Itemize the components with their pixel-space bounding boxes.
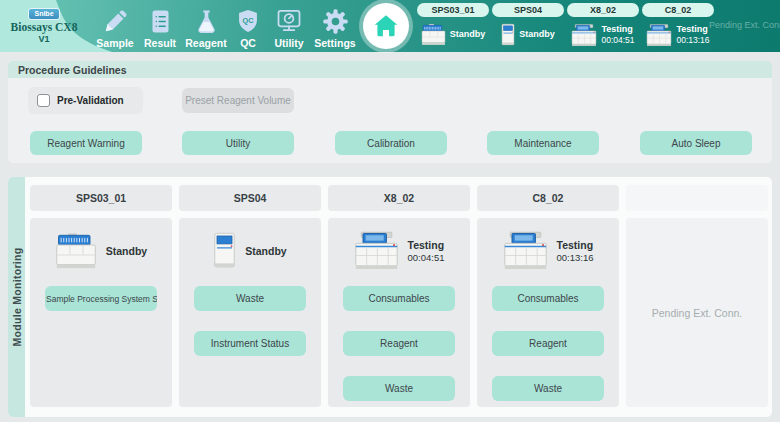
- module-name-pill[interactable]: X8_02: [567, 3, 639, 17]
- module-status: Standby: [519, 29, 555, 41]
- module-column-c8-02: C8_02 Testing 00:13:16 Consumables Reage…: [477, 177, 619, 407]
- tower-instrument-icon: [501, 23, 515, 47]
- nav-item-utility[interactable]: Utility: [266, 0, 312, 52]
- tower-instrument-icon: [213, 231, 236, 271]
- module-column-title: C8_02: [477, 185, 619, 211]
- qc-shield-icon: QC: [235, 7, 261, 36]
- module-name-pill[interactable]: C8_02: [642, 3, 714, 17]
- pre-validation-checkbox[interactable]: [37, 94, 50, 107]
- analyzer-instrument-icon: [503, 231, 548, 271]
- analyzer-instrument-icon: [646, 24, 672, 47]
- pre-validation-option[interactable]: Pre-Validation: [28, 87, 143, 114]
- module-column-sps04: SPS04 Standby Waste Instrument Status: [179, 177, 321, 407]
- topbar-module-x8-02: X8_02 Testing 00:04:51: [567, 3, 639, 50]
- sps04-instrument-status-button[interactable]: Instrument Status: [194, 331, 306, 356]
- app-logo: Snibe Biossays CX8 V1: [0, 0, 88, 52]
- home-button[interactable]: [363, 3, 409, 49]
- nav-item-result[interactable]: Result: [138, 0, 182, 52]
- utility-button[interactable]: Utility: [182, 131, 294, 155]
- monitor-gauge-icon: [275, 7, 303, 36]
- nav-item-qc[interactable]: QC QC: [230, 0, 266, 52]
- topbar-module-sps03-01: SPS03_01 Standby: [417, 3, 489, 50]
- sps-instrument-icon: [421, 24, 446, 46]
- module-monitoring-tab: Module Monitoring: [8, 177, 25, 417]
- x8-consumables-button[interactable]: Consumables: [343, 286, 455, 311]
- module-monitoring-panel: Module Monitoring SPS03_01 Standby Sampl…: [8, 177, 772, 417]
- report-list-icon: [147, 7, 174, 36]
- c8-reagent-button[interactable]: Reagent: [492, 331, 604, 356]
- sample-processing-system-status-button[interactable]: Sample Processing System Status: [45, 286, 157, 311]
- topbar-module-status: SPS03_01 Standby SPS04 Standby: [417, 3, 714, 50]
- reagent-warning-button[interactable]: Reagent Warning: [30, 131, 142, 155]
- nav-item-settings[interactable]: Settings: [312, 0, 358, 52]
- module-status: Testing 00:04:51: [601, 24, 634, 47]
- module-column-x8-02: X8_02 Testing 00:04:51 Consumables Reage…: [328, 177, 470, 407]
- auto-sleep-button[interactable]: Auto Sleep: [640, 131, 752, 155]
- pending-connection-label: Pending Ext. Conn.: [709, 20, 780, 30]
- sps-instrument-icon: [55, 233, 97, 270]
- x8-waste-button[interactable]: Waste: [343, 376, 455, 401]
- nav-label: Settings: [314, 38, 355, 49]
- pencil-icon: [102, 7, 129, 36]
- flask-icon: [193, 7, 220, 36]
- module-card: Testing 00:13:16 Consumables Reagent Was…: [477, 218, 619, 407]
- topbar-module-c8-02: C8_02 Testing 00:13:16: [642, 3, 714, 50]
- procedure-guidelines-panel: Procedure Guidelines Pre-Validation Pres…: [8, 61, 772, 163]
- gear-icon: [322, 7, 349, 36]
- module-card: Pending Ext. Conn.: [626, 218, 768, 407]
- preset-reagent-volume-button[interactable]: Preset Reagent Volume: [182, 88, 294, 113]
- module-columns: SPS03_01 Standby Sample Processing Syste…: [30, 177, 768, 407]
- module-status: Testing 00:04:51: [408, 238, 445, 265]
- nav-label: Sample: [96, 38, 133, 49]
- sps04-waste-button[interactable]: Waste: [194, 286, 306, 311]
- biossays-app-window: Snibe Biossays CX8 V1 Sample: [0, 0, 780, 422]
- pending-connection-label: Pending Ext. Conn.: [652, 307, 742, 319]
- module-column-title: SPS04: [179, 185, 321, 211]
- analyzer-instrument-icon: [354, 231, 399, 271]
- procedure-guidelines-title: Procedure Guidelines: [8, 61, 772, 78]
- main-nav: Sample Result: [92, 0, 358, 52]
- calibration-button[interactable]: Calibration: [335, 131, 447, 155]
- maintenance-button[interactable]: Maintenance: [487, 131, 599, 155]
- app-title: Biossays CX8: [11, 21, 78, 33]
- module-status: Standby: [245, 244, 286, 258]
- module-card: Standby Sample Processing System Status: [30, 218, 172, 407]
- svg-text:QC: QC: [243, 16, 255, 25]
- nav-label: Result: [144, 38, 176, 49]
- c8-waste-button[interactable]: Waste: [492, 376, 604, 401]
- module-status: Testing 00:13:16: [557, 238, 594, 265]
- module-status: Testing 00:13:16: [676, 24, 709, 47]
- module-monitoring-title: Module Monitoring: [11, 248, 23, 347]
- nav-item-reagent[interactable]: Reagent: [182, 0, 230, 52]
- module-status: Standby: [106, 244, 147, 258]
- app-version: V1: [38, 34, 49, 44]
- module-status: Standby: [450, 29, 486, 41]
- nav-label: Reagent: [185, 38, 226, 49]
- topbar-module-sps04: SPS04 Standby: [492, 3, 564, 50]
- module-name-pill[interactable]: SPS04: [492, 3, 564, 17]
- module-card: Testing 00:04:51 Consumables Reagent Was…: [328, 218, 470, 407]
- module-column-pending: Pending Ext. Conn.: [626, 177, 768, 407]
- top-bar: Snibe Biossays CX8 V1 Sample: [0, 0, 780, 52]
- nav-label: QC: [240, 38, 256, 49]
- home-icon: [371, 11, 401, 41]
- module-column-title: X8_02: [328, 185, 470, 211]
- analyzer-instrument-icon: [571, 24, 597, 47]
- module-column-sps03-01: SPS03_01 Standby Sample Processing Syste…: [30, 177, 172, 407]
- module-card: Standby Waste Instrument Status: [179, 218, 321, 407]
- module-name-pill[interactable]: SPS03_01: [417, 3, 489, 17]
- brand-badge: Snibe: [28, 8, 59, 20]
- module-column-title: [626, 185, 768, 211]
- nav-item-sample[interactable]: Sample: [92, 0, 138, 52]
- c8-consumables-button[interactable]: Consumables: [492, 286, 604, 311]
- nav-label: Utility: [274, 38, 303, 49]
- pre-validation-label: Pre-Validation: [57, 95, 124, 106]
- x8-reagent-button[interactable]: Reagent: [343, 331, 455, 356]
- module-column-title: SPS03_01: [30, 185, 172, 211]
